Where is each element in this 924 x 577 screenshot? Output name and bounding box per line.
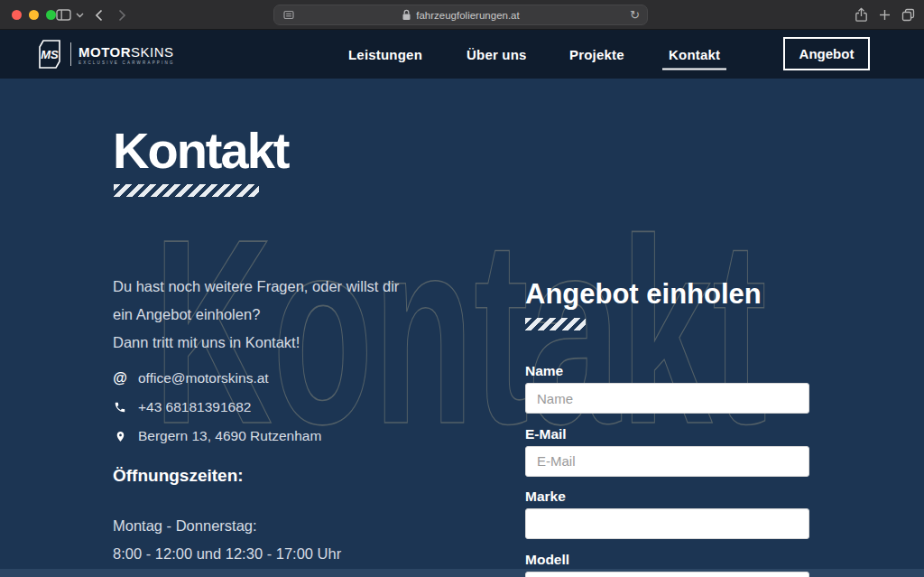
page-title: Kontakt (113, 122, 474, 180)
quote-form: Angebot einholen Name E-Mail Marke Model… (525, 278, 809, 577)
close-window-button[interactable] (12, 10, 22, 20)
site-navbar: MS MOTORSKINS EXCLUSIVE CARWRAPPING Leis… (0, 30, 924, 79)
contact-list: @ office@motorskins.at +43 68181391682 B… (113, 364, 474, 451)
opening-hours-text: Montag - Donnerstag: 8:00 - 12:00 und 12… (113, 512, 474, 568)
brand-name: MOTORSKINS (79, 44, 175, 60)
minimize-window-button[interactable] (29, 10, 39, 20)
nav-item-projekte[interactable]: Projekte (569, 47, 624, 62)
email-input[interactable] (525, 446, 809, 477)
svg-text:MS: MS (41, 48, 59, 61)
brand-logo[interactable]: MS MOTORSKINS EXCLUSIVE CARWRAPPING (36, 40, 175, 69)
nav-item-leistungen[interactable]: Leistungen (348, 47, 422, 62)
window-controls (12, 10, 56, 20)
contact-page: Kontakt Kontakt Du hast noch weitere Fra… (0, 79, 924, 577)
brand-name-bold: MOTOR (79, 44, 131, 60)
brand-tagline: EXCLUSIVE CARWRAPPING (79, 60, 175, 65)
email-field-label: E-Mail (525, 426, 809, 442)
title-stripes-decoration (114, 184, 259, 197)
modell-field-label: Modell (525, 552, 809, 568)
zoom-window-button[interactable] (46, 10, 56, 20)
opening-hours-title: Öffnungszeiten: (113, 466, 474, 486)
new-tab-icon[interactable] (879, 9, 891, 21)
name-input[interactable] (525, 383, 809, 414)
contact-phone-text: +43 68181391682 (138, 399, 251, 415)
phone-icon (113, 401, 127, 414)
nav-item-kontakt-active[interactable]: Kontakt (669, 47, 720, 62)
contact-phone-link[interactable]: +43 68181391682 (113, 393, 474, 422)
name-field-label: Name (525, 363, 809, 379)
reload-icon[interactable]: ↻ (630, 8, 640, 22)
share-icon[interactable] (855, 7, 868, 23)
brand-name-light: SKINS (131, 44, 174, 60)
url-text: fahrzeugfolierungen.at (416, 10, 519, 21)
brand-divider (70, 42, 71, 66)
browser-chrome: fahrzeugfolierungen.at ↻ (0, 0, 924, 30)
email-icon: @ (113, 370, 127, 386)
website-settings-icon[interactable] (282, 9, 295, 22)
nav-item-ueber-uns[interactable]: Über uns (467, 47, 527, 62)
contact-email-text: office@motorskins.at (138, 370, 269, 386)
brand-monogram-icon: MS (36, 40, 63, 69)
form-title-stripes-decoration (525, 318, 586, 330)
marke-field-label: Marke (525, 489, 809, 505)
lock-icon (402, 9, 411, 21)
contact-email-link[interactable]: @ office@motorskins.at (113, 364, 474, 393)
angebot-cta-button[interactable]: Angebot (783, 37, 870, 70)
contact-address-link[interactable]: Bergern 13, 4690 Rutzenham (113, 422, 474, 451)
marke-input[interactable] (525, 508, 809, 539)
chevron-down-icon[interactable] (76, 0, 84, 30)
intro-text: Du hast noch weitere Fragen, oder willst… (113, 273, 474, 357)
form-title: Angebot einholen (525, 278, 809, 311)
location-icon (113, 430, 127, 443)
forward-button[interactable] (118, 0, 126, 30)
tab-overview-icon[interactable] (901, 8, 915, 22)
back-button[interactable] (95, 0, 103, 30)
sidebar-toggle-icon[interactable] (56, 0, 71, 30)
address-bar[interactable]: fahrzeugfolierungen.at ↻ (273, 5, 648, 25)
contact-address-text: Bergern 13, 4690 Rutzenham (138, 428, 321, 444)
modell-input[interactable] (525, 572, 809, 577)
